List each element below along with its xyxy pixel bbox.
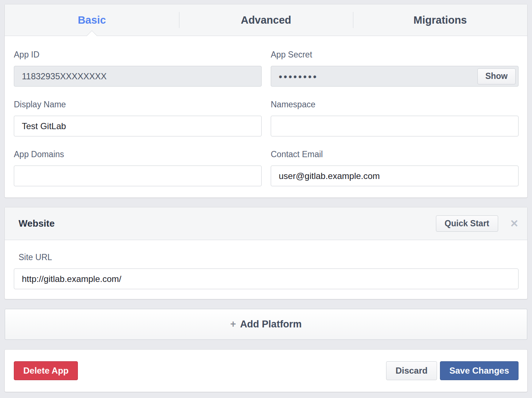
tab-advanced[interactable]: Advanced xyxy=(179,4,353,36)
contact-email-label: Contact Email xyxy=(271,149,519,160)
actions-bar: Delete App Discard Save Changes xyxy=(5,350,527,392)
discard-button[interactable]: Discard xyxy=(386,361,437,380)
settings-tab-bar: Basic Advanced Migrations xyxy=(5,4,527,36)
display-name-label: Display Name xyxy=(14,99,262,110)
field-site-url: Site URL xyxy=(14,252,519,289)
add-platform-button[interactable]: + Add Platform xyxy=(5,309,527,340)
app-domains-label: App Domains xyxy=(14,149,262,160)
field-namespace: Namespace xyxy=(271,99,519,136)
field-app-domains: App Domains xyxy=(14,149,262,186)
app-domains-input[interactable] xyxy=(14,166,262,186)
namespace-label: Namespace xyxy=(271,99,519,110)
app-id-input[interactable] xyxy=(14,66,262,87)
site-url-label: Site URL xyxy=(19,252,519,263)
app-secret-masked-value: •••••••• xyxy=(279,71,318,82)
tab-advanced-label: Advanced xyxy=(241,14,291,26)
tab-basic-label: Basic xyxy=(78,14,106,26)
add-platform-label: Add Platform xyxy=(240,319,302,330)
plus-icon: + xyxy=(230,319,236,330)
field-app-id: App ID xyxy=(14,49,262,87)
app-secret-label: App Secret xyxy=(271,49,519,60)
delete-app-button[interactable]: Delete App xyxy=(14,361,78,380)
basic-settings-card: Basic Advanced Migrations App ID App Sec… xyxy=(5,4,527,198)
show-secret-button[interactable]: Show xyxy=(477,68,516,84)
website-card-header: Website Quick Start ✕ xyxy=(5,207,527,240)
save-changes-button[interactable]: Save Changes xyxy=(440,361,519,380)
tab-migrations-label: Migrations xyxy=(413,14,467,26)
quick-start-button[interactable]: Quick Start xyxy=(436,215,498,232)
tab-migrations[interactable]: Migrations xyxy=(353,4,527,36)
field-contact-email: Contact Email xyxy=(271,149,519,186)
field-app-secret: App Secret •••••••• Show xyxy=(271,49,519,87)
basic-settings-form: App ID App Secret •••••••• Show Display … xyxy=(5,36,527,198)
close-icon[interactable]: ✕ xyxy=(510,219,519,229)
app-settings-page: Basic Advanced Migrations App ID App Sec… xyxy=(0,0,532,397)
app-secret-box: •••••••• Show xyxy=(271,66,519,87)
tab-basic[interactable]: Basic xyxy=(5,4,179,36)
website-section-title: Website xyxy=(19,218,436,229)
site-url-input[interactable] xyxy=(14,268,519,289)
app-id-label: App ID xyxy=(14,49,262,60)
field-display-name: Display Name xyxy=(14,99,262,136)
website-card-body: Site URL xyxy=(5,240,527,299)
display-name-input[interactable] xyxy=(14,116,262,136)
website-platform-card: Website Quick Start ✕ Site URL xyxy=(5,207,527,299)
contact-email-input[interactable] xyxy=(271,166,519,186)
namespace-input[interactable] xyxy=(271,116,519,136)
